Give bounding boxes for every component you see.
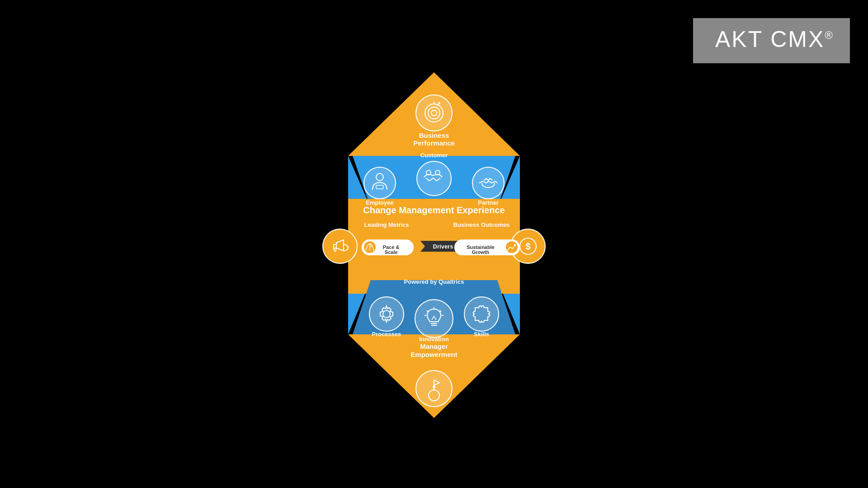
manager-emp-label2: Empowerment [410,351,457,358]
left-side-icon-circle [323,229,357,263]
leading-metrics-label: Leading Metrics [364,221,409,228]
business-perf-label-line1: Business [419,131,449,139]
main-diagram: Business Performance Employee Customer P… [307,59,561,429]
processes-label: Processes [372,331,401,338]
partner-icon-circle [472,167,504,199]
growth-icon-circle [506,241,518,253]
skills-icon-circle [464,297,499,331]
innovation-icon-circle [415,300,453,338]
business-perf-label-line2: Performance [413,139,455,147]
processes-icon-circle [369,297,404,331]
innovation-label: Innovation [419,336,449,343]
business-perf-icon-circle [416,95,452,131]
customer-label: Customer [420,152,448,159]
cme-title: Change Management Experience [363,205,505,215]
sustainable-growth-label2: Growth [472,249,490,255]
svg-text:$: $ [525,241,530,251]
logo-container: AKT CMX® [699,18,850,61]
powered-by-label: Powered by Qualtrics [404,278,464,285]
drivers-label: Drivers [433,243,453,250]
business-outcomes-label: Business Outcomes [453,221,510,228]
logo-text: AKT CMX® [715,27,834,52]
manager-emp-label1: Manager [420,343,448,350]
pace-scale-label2: Scale [385,249,398,255]
skills-label: Skills [474,331,489,338]
svg-point-29 [433,385,435,388]
